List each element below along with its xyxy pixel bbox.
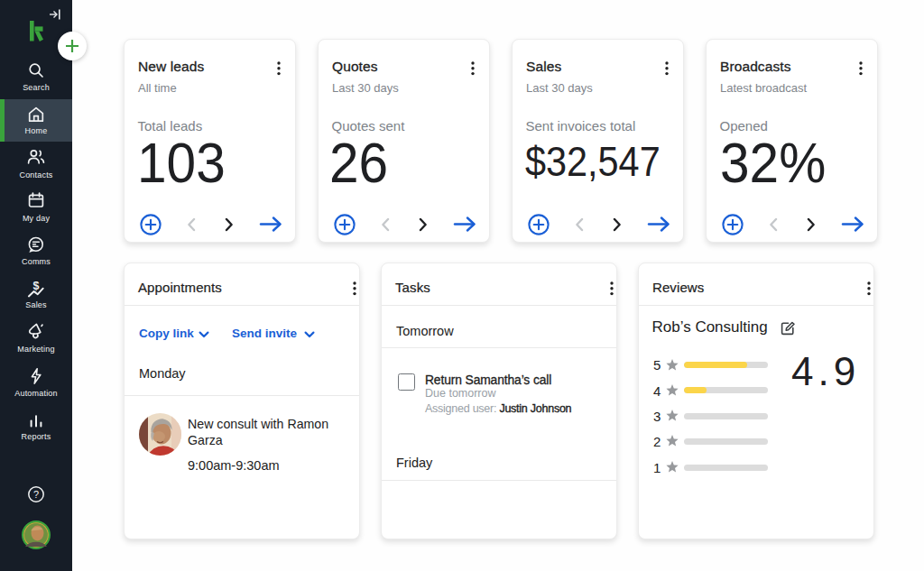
svg-text:?: ?: [33, 489, 39, 500]
svg-text:$: $: [32, 279, 39, 291]
